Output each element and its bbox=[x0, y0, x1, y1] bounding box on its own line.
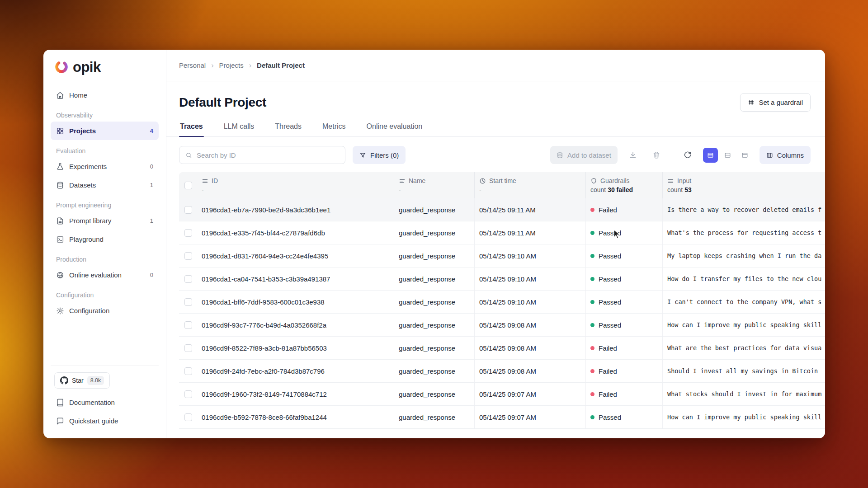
sidebar-item-count: 4 bbox=[150, 127, 153, 134]
refresh-button[interactable] bbox=[679, 147, 696, 163]
trace-id-link[interactable]: 0196cda1-eb7a-7990-be2d-9a3dc36b1ee1 bbox=[202, 206, 330, 214]
row-checkbox[interactable] bbox=[184, 252, 192, 260]
trace-name: guarded_response bbox=[394, 406, 475, 428]
row-checkbox[interactable] bbox=[184, 275, 192, 283]
sidebar-item-count: 1 bbox=[150, 182, 153, 188]
guardrail-status: Passed bbox=[586, 244, 663, 267]
guardrail-status: Failed bbox=[586, 360, 663, 382]
trace-name: guarded_response bbox=[394, 198, 475, 221]
status-dot bbox=[590, 208, 594, 212]
row-checkbox[interactable] bbox=[184, 321, 192, 329]
desktop-background: { "colors": { "accent_indigo": "#585cf0"… bbox=[0, 0, 868, 488]
status-dot bbox=[590, 277, 594, 281]
trace-id-link[interactable]: 0196cd9f-8522-7f89-a3cb-81a87bb56503 bbox=[202, 344, 327, 352]
row-checkbox[interactable] bbox=[184, 367, 192, 375]
breadcrumb-personal[interactable]: Personal bbox=[179, 61, 206, 69]
table-row[interactable]: 0196cd9f-93c7-776c-b49d-4a0352668f2a gua… bbox=[179, 314, 825, 337]
column-header-start-time[interactable]: Start time - bbox=[475, 172, 586, 198]
table-header: ID - Name - Start time - Guardrails coun… bbox=[179, 172, 825, 198]
trace-id-link[interactable]: 0196cda1-ca04-7541-b353-c3b39a491387 bbox=[202, 275, 330, 283]
tab-metrics[interactable]: Metrics bbox=[321, 122, 347, 136]
select-all-checkbox[interactable] bbox=[184, 182, 192, 189]
trace-id-link[interactable]: 0196cda1-e335-7f45-bf44-c27879afd6db bbox=[202, 229, 325, 237]
column-header-name[interactable]: Name - bbox=[394, 172, 475, 198]
sidebar-item-label: Documentation bbox=[69, 399, 115, 406]
tab-online-evaluation[interactable]: Online evaluation bbox=[366, 122, 424, 136]
opik-app-window: opik Home Observability Projects 4 Evalu… bbox=[43, 50, 825, 438]
section-configuration: Configuration bbox=[51, 291, 159, 299]
star-label: Star bbox=[72, 377, 84, 384]
table-row[interactable]: 0196cd9f-1960-73f2-8149-74170884c712 gua… bbox=[179, 383, 825, 406]
column-subheader: - bbox=[399, 186, 468, 193]
sidebar-item-label: Experiments bbox=[69, 163, 107, 170]
row-checkbox[interactable] bbox=[184, 206, 192, 214]
status-dot bbox=[590, 369, 594, 373]
status-dot bbox=[590, 392, 594, 396]
breadcrumb-projects[interactable]: Projects bbox=[219, 61, 244, 69]
sidebar-item-home[interactable]: Home bbox=[51, 86, 159, 104]
column-header-id[interactable]: ID - bbox=[197, 172, 394, 198]
trace-id-link[interactable]: 0196cd9e-b592-7878-8ce8-66faf9ba1244 bbox=[202, 413, 327, 421]
trace-id-link[interactable]: 0196cd9f-1960-73f2-8149-74170884c712 bbox=[202, 390, 327, 398]
row-checkbox[interactable] bbox=[184, 390, 192, 398]
export-download-button[interactable] bbox=[625, 147, 641, 163]
row-checkbox[interactable] bbox=[184, 298, 192, 306]
sidebar-item-documentation[interactable]: Documentation bbox=[51, 393, 159, 412]
trace-id-link[interactable]: 0196cda1-d831-7604-94e3-cc24e4fe4395 bbox=[202, 252, 328, 260]
trace-id-link[interactable]: 0196cd9f-24fd-7ebc-a2f0-784d3b87c796 bbox=[202, 367, 325, 375]
set-guardrail-button[interactable]: Set a guardrail bbox=[740, 93, 811, 112]
sidebar-item-online-evaluation[interactable]: Online evaluation 0 bbox=[51, 266, 159, 284]
row-checkbox[interactable] bbox=[184, 229, 192, 237]
row-checkbox[interactable] bbox=[184, 344, 192, 352]
column-header-input[interactable]: Input count 53 bbox=[663, 172, 825, 198]
list-icon bbox=[667, 178, 674, 184]
search-input[interactable] bbox=[197, 151, 339, 159]
sidebar-item-datasets[interactable]: Datasets 1 bbox=[51, 176, 159, 194]
sidebar-item-label: Home bbox=[69, 91, 87, 99]
delete-button[interactable] bbox=[648, 147, 665, 163]
trace-id-link[interactable]: 0196cd9f-93c7-776c-b49d-4a0352668f2a bbox=[202, 321, 326, 329]
add-to-dataset-button[interactable]: Add to dataset bbox=[550, 146, 618, 164]
table-row[interactable]: 0196cda1-d831-7604-94e3-cc24e4fe4395 gua… bbox=[179, 244, 825, 267]
chevron-right-icon: › bbox=[211, 61, 213, 70]
trace-start-time: 05/14/25 09:11 AM bbox=[475, 221, 586, 244]
tab-threads[interactable]: Threads bbox=[274, 122, 302, 136]
table-row[interactable]: 0196cda1-eb7a-7990-be2d-9a3dc36b1ee1 gua… bbox=[179, 198, 825, 221]
density-small-button[interactable] bbox=[703, 148, 718, 163]
table-row[interactable]: 0196cda1-ca04-7541-b353-c3b39a491387 gua… bbox=[179, 267, 825, 291]
sidebar-item-playground[interactable]: Playground bbox=[51, 230, 159, 249]
trace-name: guarded_response bbox=[394, 291, 475, 313]
columns-button[interactable]: Columns bbox=[760, 146, 811, 164]
sidebar-item-label: Quickstart guide bbox=[69, 417, 118, 425]
status-label: Failed bbox=[599, 206, 617, 214]
table-row[interactable]: 0196cd9f-24fd-7ebc-a2f0-784d3b87c796 gua… bbox=[179, 360, 825, 383]
column-subheader: count 53 bbox=[667, 186, 819, 193]
sidebar-item-prompt-library[interactable]: Prompt library 1 bbox=[51, 211, 159, 230]
sidebar-item-count: 1 bbox=[150, 217, 153, 224]
table-row[interactable]: 0196cd9f-8522-7f89-a3cb-81a87bb56503 gua… bbox=[179, 337, 825, 360]
sidebar-item-experiments[interactable]: Experiments 0 bbox=[51, 157, 159, 176]
app-logo[interactable]: opik bbox=[51, 60, 159, 74]
sidebar-item-projects[interactable]: Projects 4 bbox=[51, 122, 159, 140]
column-header-guardrails[interactable]: Guardrails count 30 failed bbox=[586, 172, 663, 198]
dataset-icon bbox=[557, 152, 563, 159]
density-large-button[interactable] bbox=[737, 148, 752, 163]
row-checkbox[interactable] bbox=[184, 413, 192, 421]
table-row[interactable]: 0196cda1-bff6-7ddf-9583-600c01c3e938 gua… bbox=[179, 291, 825, 314]
section-production: Production bbox=[51, 256, 159, 263]
status-dot bbox=[590, 415, 594, 419]
chevron-right-icon: › bbox=[249, 61, 251, 70]
table-row[interactable]: 0196cda1-e335-7f45-bf44-c27879afd6db gua… bbox=[179, 221, 825, 244]
tab-llm-calls[interactable]: LLM calls bbox=[223, 122, 255, 136]
trace-id-link[interactable]: 0196cda1-bff6-7ddf-9583-600c01c3e938 bbox=[202, 298, 325, 306]
sidebar-item-configuration[interactable]: Configuration bbox=[51, 301, 159, 320]
tab-traces[interactable]: Traces bbox=[179, 122, 204, 136]
trace-start-time: 05/14/25 09:08 AM bbox=[475, 314, 586, 336]
sidebar-item-label: Prompt library bbox=[69, 217, 111, 225]
table-row[interactable]: 0196cd9e-b592-7878-8ce8-66faf9ba1244 gua… bbox=[179, 406, 825, 429]
list-icon bbox=[202, 178, 208, 184]
filters-button[interactable]: Filters (0) bbox=[353, 146, 406, 164]
github-star-button[interactable]: Star 8.0k bbox=[54, 372, 110, 389]
sidebar-item-quickstart-guide[interactable]: Quickstart guide bbox=[51, 412, 159, 430]
density-medium-button[interactable] bbox=[720, 148, 735, 163]
